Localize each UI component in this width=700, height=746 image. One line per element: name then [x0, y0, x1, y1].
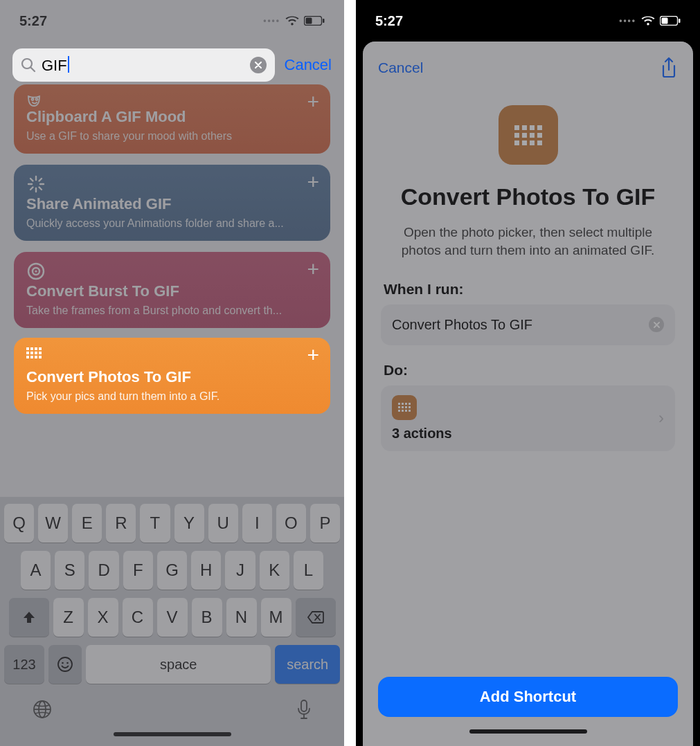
key-a[interactable]: A — [21, 551, 51, 590]
keyboard-row-3: Z X C V B N M — [4, 598, 340, 637]
card-title: Share Animated GIF — [26, 195, 318, 213]
when-i-run-field[interactable]: Convert Photos To GIF — [381, 304, 675, 345]
status-bar: 5:27 •••• — [356, 0, 700, 35]
search-query-text: GIF — [42, 56, 69, 75]
actions-row[interactable]: 3 actions › — [381, 385, 675, 451]
clear-phrase-button[interactable] — [649, 317, 664, 332]
clear-search-button[interactable] — [250, 57, 267, 73]
add-shortcut-button[interactable]: Add Shortcut — [378, 677, 678, 717]
card-title: Convert Photos To GIF — [26, 368, 318, 386]
svg-point-16 — [58, 657, 72, 671]
status-bar: 5:27 •••• — [0, 0, 344, 35]
key-g[interactable]: G — [157, 551, 187, 590]
key-i[interactable]: I — [242, 504, 272, 543]
status-time: 5:27 — [19, 13, 47, 29]
key-e[interactable]: E — [72, 504, 102, 543]
shortcut-card-convert-photos-to-gif[interactable]: + Convert Photos To GIF Pick your pics a… — [14, 338, 330, 414]
key-q[interactable]: Q — [4, 504, 34, 543]
battery-icon — [304, 16, 325, 26]
svg-rect-24 — [662, 18, 668, 24]
key-b[interactable]: B — [192, 598, 222, 637]
key-n[interactable]: N — [226, 598, 257, 637]
search-key[interactable]: search — [275, 645, 340, 684]
dots-icon: •••• — [263, 16, 280, 26]
key-h[interactable]: H — [191, 551, 221, 590]
keyboard[interactable]: Q W E R T Y U I O P A S D F G H J K L Z — [0, 497, 344, 746]
key-m[interactable]: M — [261, 598, 291, 637]
grid-icon — [514, 125, 542, 145]
svg-line-12 — [30, 188, 33, 190]
key-r[interactable]: R — [106, 504, 136, 543]
add-shortcut-icon[interactable]: + — [307, 262, 319, 277]
card-subtitle: Pick your pics and turn them into a GIF. — [26, 390, 318, 403]
target-icon — [26, 262, 46, 281]
share-button[interactable] — [660, 57, 678, 79]
svg-point-17 — [62, 662, 64, 664]
dictation-icon[interactable] — [296, 699, 312, 721]
search-input[interactable]: GIF — [12, 48, 275, 82]
home-indicator[interactable] — [114, 732, 231, 736]
key-o[interactable]: O — [276, 504, 306, 543]
key-v[interactable]: V — [157, 598, 188, 637]
svg-line-10 — [39, 188, 42, 190]
shortcut-card-convert-burst-to-gif[interactable]: + Convert Burst To GIF Take the frames f… — [14, 252, 330, 328]
key-c[interactable]: C — [123, 598, 153, 637]
key-s[interactable]: S — [55, 551, 84, 590]
grid-icon — [26, 347, 42, 358]
cancel-search-button[interactable]: Cancel — [285, 56, 332, 74]
when-i-run-label: When I run: — [384, 281, 672, 298]
shortcut-card-share-animated-gif[interactable]: + Share Animated GIF Quickly access your… — [14, 165, 330, 241]
backspace-key[interactable] — [296, 598, 336, 637]
detail-sheet: Cancel Convert Photos To GIF Open the ph… — [363, 42, 693, 746]
status-right-icons: •••• — [263, 15, 325, 26]
globe-icon[interactable] — [32, 699, 53, 721]
add-shortcut-icon[interactable]: + — [307, 347, 319, 363]
keyboard-row-4: 123 space search — [4, 645, 340, 684]
key-p[interactable]: P — [310, 504, 340, 543]
numbers-key[interactable]: 123 — [4, 645, 44, 684]
gallery-search-screen: 5:27 •••• GIF Cancel — [0, 0, 344, 746]
card-subtitle: Take the frames from a Burst photo and c… — [26, 304, 318, 317]
add-shortcut-icon[interactable]: + — [307, 174, 319, 190]
shortcut-card-clipboard-gif-mood[interactable]: + Clipboard A GIF Mood Use a GIF to shar… — [14, 84, 330, 154]
key-d[interactable]: D — [89, 551, 118, 590]
key-k[interactable]: K — [260, 551, 289, 590]
search-icon — [21, 57, 36, 73]
shortcut-detail-screen: 5:27 •••• Cancel — [356, 0, 700, 746]
do-label: Do: — [384, 362, 672, 379]
svg-rect-22 — [301, 700, 307, 711]
theater-mask-icon — [26, 94, 46, 112]
keyboard-row-1: Q W E R T Y U I O P — [4, 504, 340, 543]
actions-count: 3 actions — [392, 426, 452, 442]
shift-key[interactable] — [9, 598, 49, 637]
status-time: 5:27 — [375, 13, 403, 29]
grid-icon — [392, 395, 417, 420]
svg-line-9 — [30, 179, 33, 181]
shortcut-title: Convert Photos To GIF — [381, 183, 675, 211]
key-l[interactable]: L — [294, 551, 323, 590]
card-subtitle: Use a GIF to share your mood with others — [26, 130, 318, 143]
key-f[interactable]: F — [123, 551, 153, 590]
home-indicator[interactable] — [469, 729, 587, 734]
svg-rect-1 — [306, 18, 312, 24]
shortcut-app-icon — [499, 105, 558, 165]
add-shortcut-icon[interactable]: + — [307, 94, 319, 109]
svg-rect-2 — [323, 19, 325, 23]
card-subtitle: Quickly access your Animations folder an… — [26, 217, 318, 230]
key-t[interactable]: T — [140, 504, 170, 543]
space-key[interactable]: space — [86, 645, 271, 684]
emoji-key[interactable] — [48, 645, 82, 684]
key-x[interactable]: X — [88, 598, 118, 637]
key-u[interactable]: U — [208, 504, 238, 543]
spinner-icon — [26, 174, 46, 194]
wifi-icon — [640, 15, 656, 26]
dots-icon: •••• — [619, 16, 636, 26]
cancel-button[interactable]: Cancel — [378, 60, 423, 76]
key-j[interactable]: J — [225, 551, 255, 590]
key-z[interactable]: Z — [53, 598, 84, 637]
svg-line-11 — [39, 179, 42, 181]
key-w[interactable]: W — [38, 504, 68, 543]
svg-line-4 — [31, 68, 35, 72]
key-y[interactable]: Y — [174, 504, 204, 543]
card-title: Clipboard A GIF Mood — [26, 108, 318, 126]
